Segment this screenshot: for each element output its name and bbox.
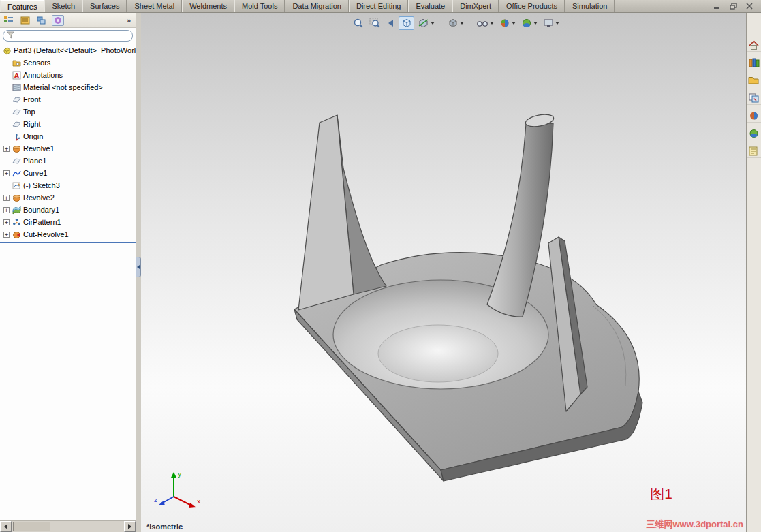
expander-icon[interactable]: + <box>3 170 10 176</box>
tree-item-right-plane[interactable]: Right <box>0 118 136 130</box>
apply-scene-icon[interactable] <box>519 16 540 30</box>
dropdown-caret-icon[interactable] <box>460 22 464 25</box>
tree-item-label: Annotations <box>23 71 63 79</box>
configurationmanager-tab-icon[interactable] <box>35 15 48 26</box>
tree-item-curve1[interactable]: + Curve1 <box>0 167 136 179</box>
cut-revolve-icon <box>12 230 21 239</box>
file-explorer-icon[interactable] <box>747 74 761 87</box>
toolbar-overflow-chevron[interactable]: » <box>125 16 133 25</box>
annotations-icon: A <box>12 71 21 80</box>
tree-item-plane1[interactable]: Plane1 <box>0 155 136 167</box>
view-orientation-icon[interactable] <box>399 16 414 30</box>
tree-filter-input[interactable] <box>17 31 129 40</box>
tab-mold-tools[interactable]: Mold Tools <box>234 0 285 12</box>
previous-view-icon[interactable] <box>384 16 397 30</box>
tab-surfaces[interactable]: Surfaces <box>82 0 127 12</box>
tree-item-origin[interactable]: Origin <box>0 130 136 142</box>
svg-text:A: A <box>14 72 19 79</box>
featuremanager-tab-toolbar: » <box>0 13 136 28</box>
edit-appearance-icon[interactable] <box>497 16 518 30</box>
reference-triad: y x z <box>153 468 202 513</box>
tree-item-label: CirPattern1 <box>23 218 61 226</box>
command-tab-bar: Features Sketch Surfaces Sheet Metal Wel… <box>0 0 761 13</box>
tree-item-revolve1[interactable]: + Revolve1 <box>0 142 136 155</box>
task-pane-bar <box>746 13 761 532</box>
tree-item-annotations[interactable]: A Annotations <box>0 69 136 81</box>
model-3d-part[interactable] <box>141 13 746 532</box>
dimxpertmanager-tab-icon[interactable] <box>52 15 64 26</box>
dropdown-caret-icon[interactable] <box>555 22 559 25</box>
dropdown-caret-icon[interactable] <box>431 22 435 25</box>
tree-item-label: Plane1 <box>23 157 46 165</box>
custom-properties-icon[interactable] <box>747 145 761 158</box>
tree-item-label: Revolve2 <box>23 193 55 202</box>
view-settings-icon[interactable] <box>541 16 561 30</box>
tab-evaluate[interactable]: Evaluate <box>408 0 452 12</box>
featuremanager-tree-tab-icon[interactable] <box>3 15 15 26</box>
panel-horizontal-scrollbar[interactable] <box>0 520 136 532</box>
tab-dimxpert[interactable]: DimXpert <box>452 0 499 12</box>
expander-icon[interactable]: + <box>3 219 10 225</box>
dropdown-caret-icon[interactable] <box>490 22 494 25</box>
tree-item-sensors[interactable]: Sensors <box>0 57 136 69</box>
window-controls <box>711 1 756 11</box>
restore-icon[interactable] <box>727 1 739 11</box>
scenes-icon[interactable] <box>747 127 761 140</box>
tab-features[interactable]: Features <box>0 0 44 12</box>
tree-item-material[interactable]: Material <not specified> <box>0 81 136 93</box>
plane-icon <box>12 120 21 129</box>
tree-item-boundary1[interactable]: + Boundary1 <box>0 204 136 216</box>
filter-row <box>0 28 136 43</box>
design-library-icon[interactable] <box>747 57 761 69</box>
display-style-icon[interactable] <box>445 16 466 30</box>
view-palette-icon[interactable] <box>747 92 761 105</box>
revolve-icon <box>12 144 21 153</box>
appearances-icon[interactable] <box>747 110 761 123</box>
tab-direct-editing[interactable]: Direct Editing <box>349 0 408 12</box>
tree-item-label: Boundary1 <box>23 206 59 214</box>
panel-empty-area <box>0 244 136 520</box>
zoom-to-area-icon[interactable] <box>367 16 382 30</box>
tab-weldments[interactable]: Weldments <box>182 0 234 12</box>
scroll-right-icon[interactable] <box>124 521 136 532</box>
tab-sheet-metal[interactable]: Sheet Metal <box>127 0 182 12</box>
scrollbar-thumb[interactable] <box>13 522 50 531</box>
tree-item-cut-revolve1[interactable]: + Cut-Revolve1 <box>0 228 136 240</box>
tree-item-front-plane[interactable]: Front <box>0 93 136 106</box>
tree-item-label: Front <box>23 95 41 104</box>
cirpattern-icon <box>12 218 21 227</box>
propertymanager-tab-icon[interactable] <box>19 15 31 26</box>
expander-icon[interactable]: + <box>3 232 10 238</box>
zoom-fit-icon[interactable] <box>351 16 366 30</box>
tree-item-label: Revolve1 <box>23 144 55 153</box>
dropdown-caret-icon[interactable] <box>512 22 516 25</box>
tree-item-revolve2[interactable]: + Revolve2 <box>0 191 136 204</box>
close-icon[interactable] <box>743 1 756 11</box>
sketch-icon <box>12 181 21 190</box>
filter-funnel-icon <box>7 31 14 40</box>
tab-data-migration[interactable]: Data Migration <box>285 0 349 12</box>
tree-item-part-root[interactable]: Part3 (Default<<Default>_PhotoWorl <box>0 44 136 57</box>
figure-caption: 图1 <box>650 484 672 503</box>
expander-icon[interactable]: + <box>3 207 10 213</box>
expander-icon[interactable]: + <box>3 195 10 201</box>
tree-filter-box[interactable] <box>3 30 133 42</box>
section-view-icon[interactable] <box>416 16 437 30</box>
scroll-left-icon[interactable] <box>0 521 12 532</box>
tree-item-top-plane[interactable]: Top <box>0 106 136 118</box>
tree-item-cirpattern1[interactable]: + CirPattern1 <box>0 216 136 228</box>
graphics-viewport[interactable]: y x z *Isometric 图1 三维网www.3dportal.cn <box>141 13 746 532</box>
home-icon[interactable] <box>747 39 761 52</box>
tab-simulation[interactable]: Simulation <box>565 0 615 12</box>
tree-item-label: Origin <box>23 132 43 140</box>
curve-icon <box>12 169 21 178</box>
dropdown-caret-icon[interactable] <box>533 22 538 25</box>
tab-sketch[interactable]: Sketch <box>44 0 82 12</box>
tab-office-products[interactable]: Office Products <box>499 0 565 12</box>
hide-show-items-icon[interactable] <box>474 16 496 30</box>
panel-collapse-handle[interactable] <box>136 257 141 277</box>
tree-item-sketch3[interactable]: (-) Sketch3 <box>0 179 136 191</box>
expander-icon[interactable]: + <box>3 146 10 152</box>
minimize-icon[interactable] <box>711 1 723 11</box>
panel-divider[interactable] <box>136 13 141 532</box>
